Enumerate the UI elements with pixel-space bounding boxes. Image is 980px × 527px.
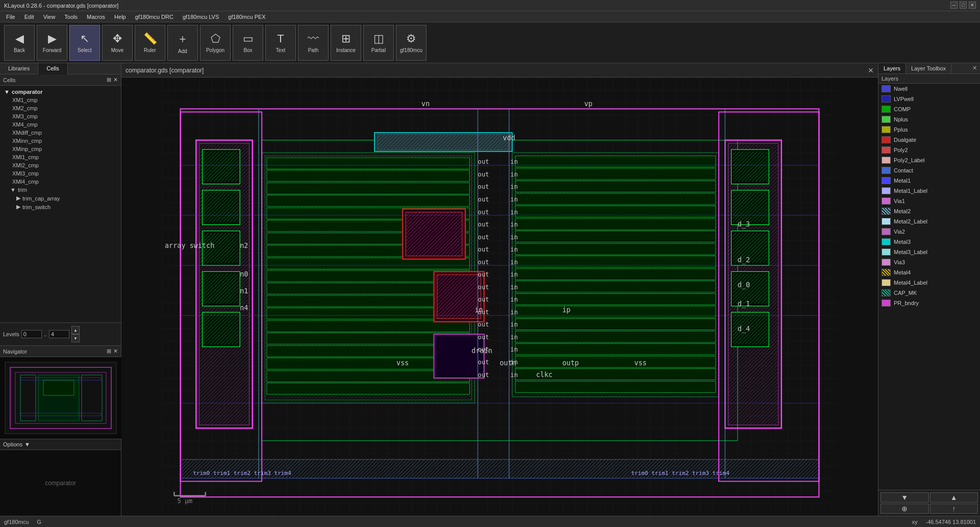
tree-item-XM1_cmp[interactable]: XM1_cmp (0, 96, 121, 104)
canvas-area: comparator.gds [comparator] ✕ (121, 63, 878, 516)
tool-box[interactable]: ▭Box (233, 25, 263, 61)
tree-item-XMinn_cmp[interactable]: XMinn_cmp (0, 137, 121, 145)
maximize-btn[interactable]: □ (960, 2, 967, 9)
canvas-close-btn[interactable]: ✕ (868, 66, 874, 74)
tree-item-XMl2_cmp[interactable]: XMl2_cmp (0, 161, 121, 169)
window-title: KLayout 0.28.6 - comparator.gds [compara… (4, 3, 118, 9)
layer-item-poly2[interactable]: Poly2 (878, 145, 980, 155)
tree-item-XMl4_cmp[interactable]: XMl4_cmp (0, 178, 121, 186)
tool-path[interactable]: 〰Path (298, 25, 329, 61)
tool-add[interactable]: ＋Add (167, 25, 198, 61)
svg-text:clkc: clkc (536, 370, 552, 379)
layer-tool-row-2: ⊕ ↑ (881, 504, 978, 514)
tree-item-XMl3_cmp[interactable]: XMl3_cmp (0, 169, 121, 178)
layer-item-via2[interactable]: Via2 (878, 227, 980, 237)
ruler-icon: 📏 (143, 32, 157, 45)
layer-item-metal4[interactable]: Metal4 (878, 267, 980, 278)
layer-item-via3[interactable]: Via3 (878, 257, 980, 267)
svg-text:d_4: d_4 (738, 324, 750, 333)
layer-item-metal1[interactable]: Metal1 (878, 175, 980, 186)
svg-text:out: out (478, 171, 489, 178)
options-section: Options ▼ (0, 439, 121, 449)
level-min-input[interactable] (21, 330, 42, 338)
tool-back[interactable]: ◀Back (4, 25, 35, 61)
layer-item-metal4_label[interactable]: Metal4_Label (878, 278, 980, 288)
level-max-up[interactable]: ▲ (71, 326, 80, 334)
tab-libraries[interactable]: Libraries (0, 63, 38, 74)
layer-tool-up[interactable]: ↑ (930, 504, 978, 514)
layer-item-metal3[interactable]: Metal3 (878, 237, 980, 247)
svg-text:vp: vp (584, 99, 592, 108)
layer-item-nwell[interactable]: Nwell (878, 84, 980, 94)
layer-tool-up-arrow[interactable]: ▲ (930, 492, 978, 503)
tree-item-trim[interactable]: ▼ trim (0, 186, 121, 194)
menu-item-gf180mcu-pex[interactable]: gf180mcu PEX (224, 13, 269, 21)
tree-item-XM3_cmp[interactable]: XM3_cmp (0, 112, 121, 120)
tool-gf180mcu[interactable]: ⚙gf180mcu (396, 25, 426, 61)
layer-item-lvpwell[interactable]: LVPwell (878, 94, 980, 104)
layer-item-pr_bndry[interactable]: PR_bndry (878, 298, 980, 308)
svg-rect-30 (267, 158, 470, 169)
right-panel-close[interactable]: ✕ (969, 63, 980, 73)
tree-item-comparator[interactable]: ▼ comparator (0, 88, 121, 96)
level-max-down[interactable]: ▼ (71, 334, 80, 342)
nav-icon2[interactable]: ✕ (113, 348, 118, 355)
menu-item-help[interactable]: Help (110, 13, 130, 21)
menu-item-macros[interactable]: Macros (83, 13, 109, 21)
layer-item-metal3_label[interactable]: Metal3_Label (878, 247, 980, 257)
move-icon: ✥ (113, 32, 122, 45)
minimize-btn[interactable]: ─ (950, 2, 958, 9)
tree-item-XM2_cmp[interactable]: XM2_cmp (0, 104, 121, 112)
layer-item-poly2_label[interactable]: Poly2_Label (878, 155, 980, 165)
menu-item-view[interactable]: View (39, 13, 60, 21)
layers-list[interactable]: NwellLVPwellCOMPNplusPplusDualgatePoly2P… (878, 84, 980, 490)
tab-layers[interactable]: Layers (878, 63, 906, 73)
tree-item-XMinp_cmp[interactable]: XMinp_cmp (0, 145, 121, 153)
layer-item-metal1_label[interactable]: Metal1_Label (878, 186, 980, 196)
menu-item-tools[interactable]: Tools (60, 13, 82, 21)
menu-item-file[interactable]: File (2, 13, 19, 21)
cell-tree[interactable]: ▼ comparatorXM1_cmpXM2_cmpXM3_cmpXM4_cmp… (0, 86, 121, 322)
nav-icon1[interactable]: ⊞ (107, 348, 111, 355)
layer-item-metal2[interactable]: Metal2 (878, 206, 980, 216)
menu-item-edit[interactable]: Edit (20, 13, 38, 21)
layer-tool-add[interactable]: ⊕ (881, 504, 929, 514)
tree-item-XMdiff_cmp[interactable]: XMdiff_cmp (0, 129, 121, 137)
level-max-input[interactable] (49, 330, 69, 338)
layer-tool-down[interactable]: ▼ (881, 492, 929, 503)
cells-icon2[interactable]: ✕ (113, 77, 118, 83)
layer-item-nplus[interactable]: Nplus (878, 114, 980, 124)
layer-swatch-comp (882, 106, 891, 113)
tool-partial[interactable]: ◫Partial (363, 25, 394, 61)
close-btn[interactable]: ✕ (969, 2, 976, 9)
layer-item-dualgate[interactable]: Dualgate (878, 135, 980, 145)
layer-item-via1[interactable]: Via1 (878, 196, 980, 206)
nav-canvas[interactable] (0, 357, 121, 439)
cells-icon1[interactable]: ⊞ (107, 77, 111, 83)
tree-item-XMl1_cmp[interactable]: XMl1_cmp (0, 153, 121, 161)
tree-item-trim_cap_array[interactable]: ▶ trim_cap_array (0, 194, 121, 203)
layer-item-metal2_label[interactable]: Metal2_Label (878, 216, 980, 227)
canvas-content[interactable]: vn vp vdd n2 n0 n1 n4 in ip drain vss vs… (121, 78, 878, 516)
layer-item-comp[interactable]: COMP (878, 104, 980, 114)
tab-layer-toolbox[interactable]: Layer Toolbox (906, 63, 951, 73)
tree-item-trim_switch[interactable]: ▶ trim_switch (0, 203, 121, 211)
tool-forward[interactable]: ▶Forward (37, 25, 67, 61)
layer-item-cap_mk[interactable]: CAP_MK (878, 288, 980, 298)
tool-select[interactable]: ↖Select (69, 25, 100, 61)
layer-name-comp: COMP (894, 106, 977, 112)
menu-item-gf180mcu-lvs[interactable]: gf180mcu LVS (179, 13, 223, 21)
layer-item-contact[interactable]: Contact (878, 165, 980, 175)
tool-move[interactable]: ✥Move (102, 25, 133, 61)
tree-item-XM4_cmp[interactable]: XM4_cmp (0, 120, 121, 129)
tool-instance[interactable]: ⊞Instance (331, 25, 361, 61)
layer-swatch-nplus (882, 116, 891, 123)
back-icon: ◀ (15, 32, 24, 45)
tab-cells[interactable]: Cells (38, 63, 67, 74)
menu-item-gf180mcu-drc[interactable]: gf180mcu DRC (131, 13, 178, 21)
tool-text[interactable]: TText (265, 25, 296, 61)
gf180mcu-icon: ⚙ (406, 32, 416, 45)
tool-polygon[interactable]: ⬠Polygon (200, 25, 231, 61)
layer-item-pplus[interactable]: Pplus (878, 124, 980, 135)
tool-ruler[interactable]: 📏Ruler (135, 25, 165, 61)
